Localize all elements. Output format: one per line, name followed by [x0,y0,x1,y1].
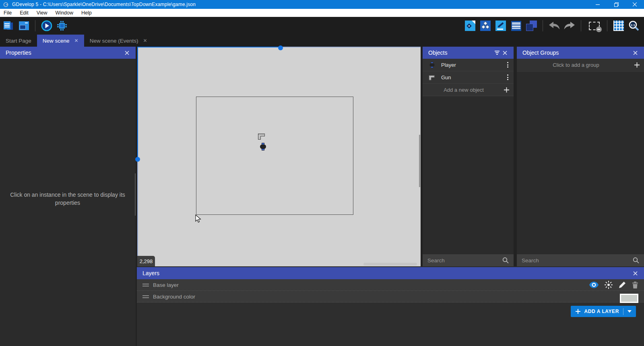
edit-layer-pencil-icon[interactable] [619,281,626,288]
add-new-object-button[interactable]: Add a new object [423,84,514,96]
layers-panel-header: Layers [137,267,644,279]
close-panel-button[interactable] [632,51,638,55]
toolbar: 1:1 [0,17,644,35]
object-groups-search-input[interactable] [522,257,633,264]
menu-item-file[interactable]: File [0,9,16,17]
tab-label: Start Page [6,38,31,44]
layer-row-base-layer[interactable]: Base layer [137,279,644,291]
layer-name: Background color [153,294,620,300]
filter-icon[interactable] [493,51,502,55]
delete-selection-button[interactable] [586,19,602,32]
open-properties-button[interactable] [510,19,522,32]
redo-icon [564,21,576,30]
start-page-button[interactable] [18,19,30,32]
object-groups-panel-header: Object Groups [517,47,644,59]
close-panel-button[interactable] [502,51,508,55]
gun-instance[interactable] [258,133,265,140]
scroll-indicator-left [137,159,138,266]
add-new-object-label: Add a new object [423,87,499,93]
toolbar-separator [35,20,35,31]
visibility-eye-icon[interactable] [589,282,599,288]
close-panel-button[interactable] [124,51,130,55]
scroll-indicator-top [278,47,421,47]
add-layer-button[interactable]: ADD A LAYER [571,306,636,317]
horizontal-scrollbar-thumb[interactable] [363,263,417,266]
gdevelop-window: GDevelop 5 - C:\Users\Sparkle\OneDrive\D… [0,0,644,346]
close-icon [125,51,129,55]
menu-item-edit[interactable]: Edit [16,9,33,17]
close-panel-button[interactable] [632,271,638,276]
debug-button[interactable] [56,19,68,32]
layer-row-background-color[interactable]: Background color [137,291,644,303]
tab-label: New scene [43,38,70,44]
gdevelop-logo-icon [3,2,8,7]
player-thumbnail-icon [425,62,440,68]
scrollbar-thumb[interactable] [135,173,136,216]
layer-name: Base layer [153,282,589,288]
close-icon [633,51,638,55]
tab-start-page[interactable]: Start Page [0,35,37,47]
panel-divider [514,47,517,266]
object-menu-button[interactable] [502,62,514,68]
drag-handle-icon[interactable] [142,295,149,298]
menu-item-help[interactable]: Help [77,9,96,17]
tab-close-icon[interactable]: ✕ [74,38,78,43]
add-group-label: Click to add a group [517,62,630,68]
open-object-groups-button[interactable] [479,19,491,32]
start-page-icon [19,21,29,30]
plus-icon [499,87,514,93]
open-layers-icon [526,21,537,31]
objects-search-input[interactable] [427,257,502,264]
layer-effects-icon[interactable] [605,281,613,289]
open-layers-button[interactable] [525,19,537,32]
edit-scene-properties-button[interactable] [495,19,507,32]
plus-icon [630,62,644,68]
drag-handle-icon[interactable] [142,284,149,286]
add-group-button[interactable]: Click to add a group [517,59,644,72]
redo-button[interactable] [564,19,576,32]
toggle-grid-button[interactable] [613,19,625,32]
project-manager-icon [3,21,14,31]
scroll-indicator-dot[interactable] [135,157,140,162]
object-row-player[interactable]: Player [423,59,514,71]
game-window-bounds [196,97,353,215]
background-color-swatch[interactable] [620,294,638,303]
tab-new-scene[interactable]: New scene ✕ [37,35,84,47]
restore-button[interactable] [607,0,625,9]
vertical-scrollbar-thumb[interactable] [419,135,420,187]
objects-panel-header: Objects [423,47,514,59]
undo-button[interactable] [548,19,560,32]
scroll-indicator-dot[interactable] [278,45,283,50]
restore-icon [614,2,619,7]
chevron-down-icon[interactable] [627,310,632,313]
layers-panel: Layers Base layer [137,267,644,346]
tab-close-icon[interactable]: ✕ [143,38,147,43]
zoom-original-button[interactable]: 1:1 [628,19,640,32]
delete-layer-trash-icon[interactable] [632,281,638,288]
open-properties-icon [511,21,521,31]
open-object-groups-icon [480,21,491,31]
object-name: Gun [441,74,502,80]
svg-text:1:1: 1:1 [631,23,635,27]
minimize-button[interactable] [588,0,607,9]
tab-new-scene-events[interactable]: New scene (Events) ✕ [84,35,153,47]
panel-title: Layers [142,270,159,276]
close-icon [503,51,507,55]
close-button[interactable] [625,0,644,9]
player-instance[interactable] [260,143,266,150]
play-preview-icon [41,20,52,31]
play-preview-button[interactable] [41,19,53,32]
open-objects-editor-button[interactable] [464,19,476,32]
tab-label: New scene (Events) [90,38,138,44]
mouse-cursor-icon [195,214,202,223]
window-controls [588,0,644,9]
object-groups-search-bar [517,254,644,266]
project-manager-button[interactable] [2,19,14,32]
menu-item-view[interactable]: View [33,9,52,17]
scene-canvas[interactable]: 2,298 [137,47,421,266]
panel-title: Object Groups [522,49,559,56]
objects-search-bar [423,254,514,266]
object-menu-button[interactable] [502,74,514,80]
menu-item-window[interactable]: Window [52,9,77,17]
object-row-gun[interactable]: Gun [423,71,514,84]
